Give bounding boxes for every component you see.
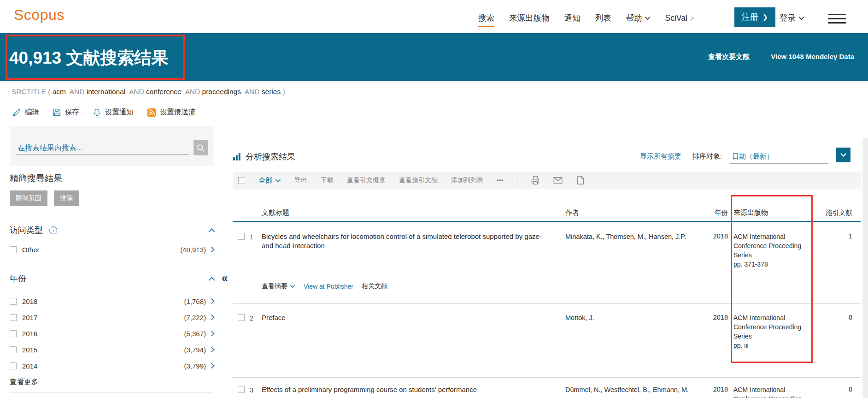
info-icon[interactable]: i [49,226,57,234]
nav-help[interactable]: 帮助 [626,12,651,24]
source-title[interactable]: ACM International Conference Proceeding [733,385,814,398]
nav-sources[interactable]: 来源出版物 [509,12,550,24]
row-checkbox[interactable] [238,386,245,393]
chevron-right-icon[interactable] [210,330,215,337]
column-year[interactable]: 年份 [691,208,728,217]
view-cited-by-button[interactable]: 查看施引文献 [399,176,438,184]
facet-count: (3,794) [184,346,206,354]
row-checkbox[interactable] [238,314,245,321]
nav-lists[interactable]: 列表 [595,12,611,24]
select-all-dropdown[interactable]: 全部 [258,176,281,185]
authors[interactable]: Minakata, K., Thomsen, M., Hansen, J.P. [565,232,701,241]
search-within-input[interactable] [17,142,189,154]
register-button[interactable]: 注册 ❯ [734,7,775,27]
view-more-link[interactable]: 查看更多 [10,377,38,387]
chevron-up-icon[interactable] [208,276,215,281]
authors[interactable]: Mottok, J. [565,314,701,322]
scopus-logo[interactable]: Scopus [14,6,65,24]
cited-by-count[interactable]: 0 [813,386,852,393]
checkbox[interactable] [10,330,17,337]
query-token: AND [66,88,87,95]
show-all-abstracts-link[interactable]: 显示所有摘要 [640,152,681,161]
source-title[interactable]: ACM International Conference Proceeding … [733,232,814,269]
document-title[interactable]: Effects of a preliminary programming cou… [262,385,553,394]
nav-search[interactable]: 搜索 [478,12,494,27]
row-divider [233,303,861,304]
rss-icon [147,108,156,117]
facet-item-year-2014[interactable]: 2014 (3,799) [10,361,215,370]
sort-dropdown-button[interactable] [836,148,850,162]
facet-year-label: 年份 [10,273,26,284]
view-abstract-link[interactable]: 查看摘要 [262,282,295,291]
save-query-button[interactable]: 保存 [53,107,79,117]
more-options-button[interactable]: ••• [497,177,504,184]
source-line: ACM International [733,313,814,322]
nav-alerts[interactable]: 通知 [564,12,581,24]
login-button[interactable]: 登录 [780,12,804,24]
nav-scival[interactable]: SciVal ↗ [665,13,694,23]
checkbox[interactable] [10,362,17,369]
facet-item-year-2016[interactable]: 2016 (5,367) [10,329,215,338]
view-mendeley-link[interactable]: View 1048 Mendeley Data [771,53,854,61]
export-button[interactable]: 导出 [294,176,307,184]
source-line: Conference Proceeding [733,241,814,250]
email-icon[interactable] [553,176,563,185]
year: 2018 [691,232,728,240]
search-within-button[interactable] [194,140,208,155]
edit-query-button[interactable]: 编辑 [13,107,39,117]
column-title[interactable]: 文献标题 [262,208,289,217]
limit-to-button[interactable]: 限制范围 [10,190,47,206]
collapse-sidebar-icon[interactable]: « [222,272,228,285]
exclude-button[interactable]: 排除 [54,190,79,206]
authors[interactable]: Dümmel, N., Westfechtel, B., Ehmann, M. [565,386,701,394]
facet-label: 2016 [22,330,37,338]
column-source[interactable]: 来源出版物 [733,208,768,217]
pdf-document-icon[interactable] [576,176,585,185]
column-authors[interactable]: 作者 [565,208,579,217]
menu-icon[interactable] [828,14,846,26]
chevron-right-icon[interactable] [210,246,215,253]
chevron-right-icon[interactable] [210,346,215,353]
chevron-up-icon[interactable] [208,228,215,233]
checkbox[interactable] [10,346,17,353]
add-to-list-button[interactable]: 添加到列表 [451,176,483,184]
cited-by-count[interactable]: 1 [813,232,852,240]
scrollbar-track[interactable] [862,138,868,398]
search-icon [197,144,205,152]
row-number: 3 [250,386,253,394]
set-feed-button[interactable]: 设置馈送流 [147,107,196,117]
chevron-right-icon[interactable] [210,314,215,321]
bar-chart-icon [233,153,241,161]
nav-lists-label: 列表 [595,12,611,24]
document-title[interactable]: Bicycles and wheelchairs for locomotion … [262,232,553,250]
view-citation-overview-button[interactable]: 查看引文概览 [347,176,386,184]
facet-item-year-2015[interactable]: 2015 (3,794) [10,345,215,354]
download-button[interactable]: 下载 [321,176,334,184]
chevron-right-icon[interactable] [210,298,215,304]
facet-item-year-2017[interactable]: 2017 (7,222) [10,313,215,322]
print-icon[interactable] [531,176,540,185]
checkbox[interactable] [10,298,17,305]
view-at-publisher-link[interactable]: View at Publisher [304,283,353,290]
column-cited-by[interactable]: 施引文献 [813,208,852,217]
select-all-checkbox[interactable] [238,177,245,184]
checkbox[interactable] [10,314,17,321]
analyze-results-link[interactable]: 分析搜索结果 [233,151,295,162]
facet-item-other[interactable]: Other (40,913) [10,245,215,254]
facet-item-year-2018[interactable]: 2018 (1,768) [10,297,215,306]
source-title[interactable]: ACM International Conference Proceeding … [733,313,814,350]
document-title[interactable]: Preface [262,313,553,322]
checkbox[interactable] [10,246,17,253]
related-documents-link[interactable]: 相关文献 [362,282,387,291]
sort-value[interactable]: 日期（最新） [732,152,774,161]
set-alert-button[interactable]: 设置通知 [93,107,134,117]
row-checkbox[interactable] [238,233,245,240]
nav-alerts-label: 通知 [564,12,581,24]
view-secondary-link[interactable]: 查看次要文献 [708,53,750,61]
divider [10,392,213,392]
cited-by-count[interactable]: 0 [813,314,852,321]
set-feed-label: 设置馈送流 [160,107,196,117]
source-pages: pp. 371-378 [733,260,814,269]
login-label: 登录 [780,12,796,24]
chevron-right-icon[interactable] [210,362,215,369]
